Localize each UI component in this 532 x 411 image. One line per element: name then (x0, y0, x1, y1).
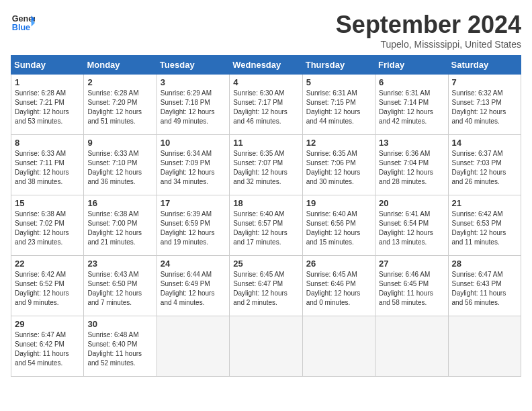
cell-info-line: Sunset: 7:13 PM (452, 98, 517, 107)
cell-info-line: Daylight: 12 hours (87, 107, 152, 117)
day-number: 23 (87, 259, 152, 269)
calendar-cell: 8Sunrise: 6:33 AMSunset: 7:11 PMDaylight… (11, 135, 84, 195)
cell-info-line: and 42 minutes. (379, 117, 444, 126)
day-number: 24 (161, 259, 226, 269)
day-number: 26 (306, 259, 371, 269)
day-number: 29 (15, 319, 80, 329)
cell-info-line: Daylight: 12 hours (379, 107, 444, 117)
cell-info-line: Daylight: 11 hours (15, 349, 80, 359)
calendar-cell (448, 316, 521, 377)
cell-info-line: Sunset: 6:57 PM (233, 219, 298, 228)
cell-info-line: Daylight: 12 hours (15, 228, 80, 238)
cell-info-line: Daylight: 12 hours (306, 107, 371, 117)
cell-info-line: Sunrise: 6:39 AM (161, 210, 226, 219)
calendar-cell: 15Sunrise: 6:38 AMSunset: 7:02 PMDayligh… (11, 195, 84, 256)
cell-info-line: Sunset: 6:43 PM (452, 279, 517, 289)
cell-info-line: Sunset: 6:42 PM (15, 340, 80, 349)
day-of-week-header: Sunday (11, 56, 84, 75)
calendar-cell: 5Sunrise: 6:31 AMSunset: 7:15 PMDaylight… (302, 75, 375, 135)
cell-info-line: Daylight: 11 hours (379, 289, 444, 298)
cell-info-line: Sunset: 7:21 PM (15, 98, 80, 107)
cell-info-line: Sunset: 7:20 PM (87, 98, 152, 107)
cell-info-line: and 36 minutes. (87, 177, 152, 187)
cell-info-line: Daylight: 12 hours (452, 228, 517, 238)
calendar-cell (375, 316, 448, 377)
cell-info-line: Sunset: 7:10 PM (87, 158, 152, 168)
svg-text:Blue: Blue (12, 23, 30, 32)
cell-info-line: Sunrise: 6:33 AM (15, 149, 80, 158)
cell-info-line: Sunset: 7:15 PM (306, 98, 371, 107)
cell-info-line: Sunrise: 6:43 AM (87, 270, 152, 279)
logo: General Blue (11, 11, 35, 35)
cell-info-line: Daylight: 12 hours (306, 228, 371, 238)
cell-info-line: Daylight: 12 hours (87, 168, 152, 177)
calendar-cell: 26Sunrise: 6:45 AMSunset: 6:46 PMDayligh… (302, 256, 375, 316)
cell-info-line: Sunrise: 6:42 AM (452, 210, 517, 219)
cell-info-line: Sunset: 7:11 PM (15, 158, 80, 168)
cell-info-line: Sunrise: 6:33 AM (87, 149, 152, 158)
cell-info-line: Sunrise: 6:31 AM (379, 89, 444, 98)
calendar-cell: 23Sunrise: 6:43 AMSunset: 6:50 PMDayligh… (84, 256, 157, 316)
cell-info-line: Sunrise: 6:35 AM (233, 149, 298, 158)
cell-info-line: Sunrise: 6:46 AM (379, 270, 444, 279)
cell-info-line: Sunset: 7:03 PM (452, 158, 517, 168)
day-number: 5 (306, 77, 371, 87)
cell-info-line: and 56 minutes. (452, 298, 517, 308)
day-number: 17 (161, 198, 226, 208)
cell-info-line: and 51 minutes. (87, 117, 152, 126)
cell-info-line: and 19 minutes. (161, 238, 226, 247)
calendar-cell: 7Sunrise: 6:32 AMSunset: 7:13 PMDaylight… (448, 75, 521, 135)
cell-info-line: Sunrise: 6:29 AM (161, 89, 226, 98)
day-number: 21 (452, 198, 517, 208)
cell-info-line: Daylight: 12 hours (233, 168, 298, 177)
cell-info-line: and 13 minutes. (379, 238, 444, 247)
calendar-cell: 13Sunrise: 6:36 AMSunset: 7:04 PMDayligh… (375, 135, 448, 195)
day-number: 9 (87, 138, 152, 148)
calendar-cell (157, 316, 229, 377)
calendar-table: SundayMondayTuesdayWednesdayThursdayFrid… (11, 55, 521, 377)
calendar-cell: 19Sunrise: 6:40 AMSunset: 6:56 PMDayligh… (302, 195, 375, 256)
calendar-week-row: 22Sunrise: 6:42 AMSunset: 6:52 PMDayligh… (11, 256, 521, 316)
cell-info-line: Sunrise: 6:32 AM (452, 89, 517, 98)
day-number: 28 (452, 259, 517, 269)
cell-info-line: Sunrise: 6:44 AM (161, 270, 226, 279)
day-number: 14 (452, 138, 517, 148)
cell-info-line: Sunrise: 6:42 AM (15, 270, 80, 279)
day-number: 2 (87, 77, 152, 87)
cell-info-line: and 49 minutes. (161, 117, 226, 126)
cell-info-line: Sunset: 6:56 PM (306, 219, 371, 228)
calendar-cell: 16Sunrise: 6:38 AMSunset: 7:00 PMDayligh… (84, 195, 157, 256)
calendar-cell: 25Sunrise: 6:45 AMSunset: 6:47 PMDayligh… (230, 256, 302, 316)
cell-info-line: and 44 minutes. (306, 117, 371, 126)
cell-info-line: Sunset: 6:47 PM (233, 279, 298, 289)
day-of-week-header: Tuesday (157, 56, 229, 75)
day-number: 27 (379, 259, 444, 269)
cell-info-line: Sunset: 6:59 PM (161, 219, 226, 228)
cell-info-line: Sunset: 7:14 PM (379, 98, 444, 107)
cell-info-line: Sunset: 7:18 PM (161, 98, 226, 107)
calendar-week-row: 29Sunrise: 6:47 AMSunset: 6:42 PMDayligh… (11, 316, 521, 377)
day-of-week-header: Monday (84, 56, 157, 75)
cell-info-line: Sunset: 6:49 PM (161, 279, 226, 289)
cell-info-line: and 0 minutes. (306, 298, 371, 308)
cell-info-line: Sunset: 6:53 PM (452, 219, 517, 228)
cell-info-line: Daylight: 11 hours (452, 289, 517, 298)
cell-info-line: Daylight: 12 hours (233, 289, 298, 298)
calendar-cell: 12Sunrise: 6:35 AMSunset: 7:06 PMDayligh… (302, 135, 375, 195)
cell-info-line: and 30 minutes. (306, 177, 371, 187)
cell-info-line: and 23 minutes. (15, 238, 80, 247)
cell-info-line: and 2 minutes. (233, 298, 298, 308)
calendar-cell: 14Sunrise: 6:37 AMSunset: 7:03 PMDayligh… (448, 135, 521, 195)
calendar-header-row: SundayMondayTuesdayWednesdayThursdayFrid… (11, 56, 521, 75)
cell-info-line: Sunrise: 6:37 AM (452, 149, 517, 158)
cell-info-line: Sunrise: 6:45 AM (233, 270, 298, 279)
cell-info-line: Sunrise: 6:28 AM (15, 89, 80, 98)
cell-info-line: and 28 minutes. (379, 177, 444, 187)
day-number: 7 (452, 77, 517, 87)
cell-info-line: and 7 minutes. (87, 298, 152, 308)
cell-info-line: and 32 minutes. (233, 177, 298, 187)
day-number: 8 (15, 138, 80, 148)
day-number: 30 (87, 319, 152, 329)
cell-info-line: Sunrise: 6:48 AM (87, 330, 152, 340)
cell-info-line: and 11 minutes. (452, 238, 517, 247)
